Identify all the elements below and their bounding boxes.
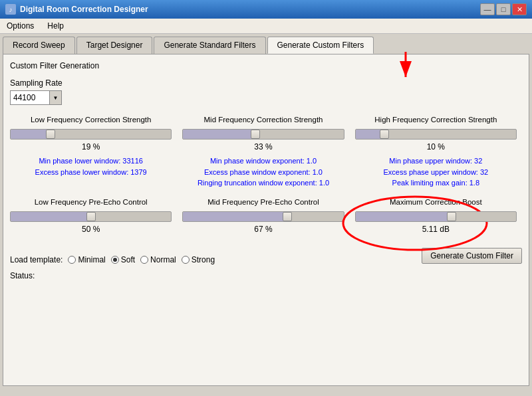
minimize-button[interactable]: — [480, 3, 495, 15]
mid-pre-echo-title: Mid Frequency Pre-Echo Control [182, 198, 344, 206]
sampling-rate-section: Sampling Rate ▼ [10, 78, 522, 105]
low-pre-echo-value: 50 % [10, 225, 172, 234]
tab-generate-custom-filters[interactable]: Generate Custom Filters [267, 37, 374, 54]
max-correction-boost-col: Maximum Correction Boost 5.11 dB [350, 198, 522, 238]
app-icon: ♪ [5, 4, 16, 15]
low-pre-echo-col: Low Frequency Pre-Echo Control 50 % [10, 198, 177, 238]
mid-pre-echo-value: 67 % [182, 225, 344, 234]
close-button[interactable]: ✕ [512, 3, 527, 15]
radio-normal-label: Normal [150, 255, 176, 264]
tab-target-designer[interactable]: Target Designer [76, 37, 153, 54]
radio-minimal-label: Minimal [78, 255, 105, 264]
mid-pre-echo-slider[interactable] [182, 211, 344, 222]
load-template-row: Load template: Minimal Soft Normal Stron… [10, 255, 215, 264]
radio-soft-label: Soft [121, 255, 135, 264]
main-content: Custom Filter Generation Sampling Rate ▼… [3, 54, 529, 386]
radio-soft[interactable]: Soft [111, 255, 135, 264]
high-freq-correction-col: High Frequency Correction Strength 10 % … [350, 116, 522, 189]
radio-minimal[interactable]: Minimal [68, 255, 105, 264]
status-row: Status: [10, 271, 522, 280]
low-pre-echo-title: Low Frequency Pre-Echo Control [10, 198, 172, 206]
pre-echo-columns: Low Frequency Pre-Echo Control 50 % Mid … [10, 198, 522, 238]
load-template-label: Load template: [10, 255, 63, 264]
high-freq-correction-value: 10 % [355, 142, 517, 151]
menu-help[interactable]: Help [43, 20, 68, 32]
mid-pre-echo-col: Mid Frequency Pre-Echo Control 67 % [177, 198, 349, 238]
max-boost-slider[interactable] [355, 211, 517, 222]
mid-freq-correction-value: 33 % [182, 142, 344, 151]
sampling-rate-dropdown[interactable]: ▼ [50, 90, 62, 105]
radio-strong[interactable]: Strong [182, 255, 215, 264]
tab-bar: Record Sweep Target Designer Generate St… [0, 34, 532, 54]
radio-normal[interactable]: Normal [140, 255, 176, 264]
sampling-rate-label: Sampling Rate [10, 78, 522, 88]
tab-generate-standard-filters[interactable]: Generate Standard Filters [154, 37, 265, 54]
radio-strong-label: Strong [192, 255, 215, 264]
low-freq-correction-slider[interactable] [10, 129, 172, 140]
high-freq-correction-slider[interactable] [355, 129, 517, 140]
mid-freq-correction-info: Min phase window exponent: 1.0 Excess ph… [182, 155, 344, 189]
section-title: Custom Filter Generation [10, 61, 522, 70]
maximize-button[interactable]: □ [496, 3, 511, 15]
window-title: Digital Room Correction Designer [20, 5, 148, 14]
menu-bar: Options Help [0, 19, 532, 34]
correction-strength-columns: Low Frequency Correction Strength 19 % M… [10, 116, 522, 189]
max-boost-value: 5.11 dB [355, 225, 517, 234]
low-freq-correction-col: Low Frequency Correction Strength 19 % M… [10, 116, 177, 189]
high-freq-correction-info: Min phase upper window: 32 Excess phase … [355, 155, 517, 189]
high-freq-correction-title: High Frequency Correction Strength [355, 116, 517, 124]
generate-custom-filter-button[interactable]: Generate Custom Filter [422, 248, 522, 264]
max-boost-title: Maximum Correction Boost [355, 198, 517, 206]
low-freq-correction-info: Min phase lower window: 33116 Excess pha… [10, 155, 172, 177]
low-pre-echo-slider[interactable] [10, 211, 172, 222]
status-label: Status: [10, 271, 35, 280]
low-freq-correction-title: Low Frequency Correction Strength [10, 116, 172, 124]
window-controls[interactable]: — □ ✕ [480, 3, 527, 15]
sampling-rate-input[interactable] [10, 90, 50, 105]
mid-freq-correction-slider[interactable] [182, 129, 344, 140]
title-bar: ♪ Digital Room Correction Designer — □ ✕ [0, 0, 532, 19]
low-freq-correction-value: 19 % [10, 142, 172, 151]
mid-freq-correction-col: Mid Frequency Correction Strength 33 % M… [177, 116, 349, 189]
tab-record-sweep[interactable]: Record Sweep [3, 37, 75, 54]
menu-options[interactable]: Options [3, 20, 38, 32]
mid-freq-correction-title: Mid Frequency Correction Strength [182, 116, 344, 124]
